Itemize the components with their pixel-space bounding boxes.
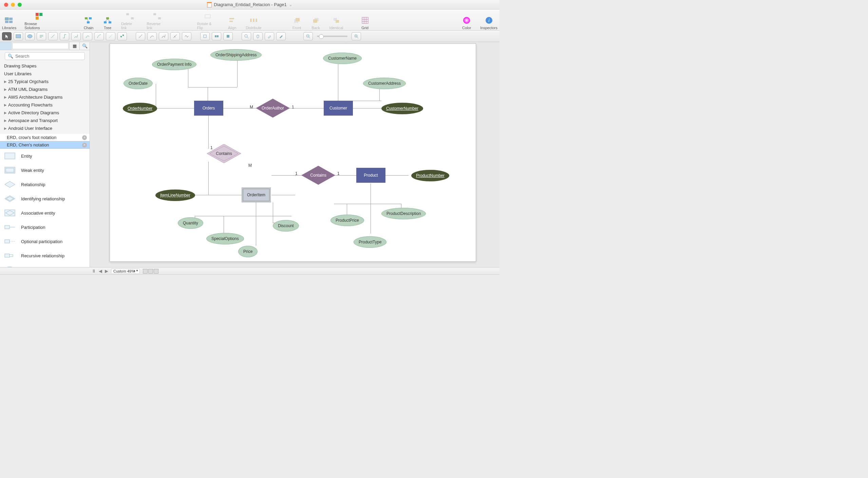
rel-order-author[interactable]: OrderAuthor: [256, 99, 290, 118]
svg-rect-51: [217, 35, 219, 37]
shape-attribute[interactable]: Attribute: [0, 263, 90, 267]
lib-user-libraries[interactable]: User Libraries: [0, 70, 90, 78]
inspectors-button[interactable]: i Inspectors: [480, 10, 497, 30]
pointer-tool[interactable]: [2, 32, 12, 40]
line-tool-2[interactable]: [147, 32, 157, 40]
attr-customer-number[interactable]: CustomerNumber: [381, 103, 423, 114]
pencil-tool[interactable]: [276, 32, 286, 40]
chain-button[interactable]: Chain: [83, 10, 94, 30]
snap-3[interactable]: [223, 32, 233, 40]
connector-6[interactable]: [106, 32, 115, 40]
entity-order-item[interactable]: OrderItem: [242, 187, 271, 202]
page-tabs[interactable]: [143, 269, 159, 274]
close-icon[interactable]: ×: [82, 143, 87, 147]
lib-orgcharts[interactable]: ▶25 Typical Orgcharts: [0, 78, 90, 85]
connector-4[interactable]: [83, 32, 92, 40]
entity-customer[interactable]: Customer: [324, 101, 353, 116]
close-icon[interactable]: [4, 3, 8, 7]
libraries-button[interactable]: Libraries: [2, 10, 16, 30]
entity-orders[interactable]: Orders: [194, 101, 223, 116]
attr-product-number[interactable]: ProductNumber: [411, 170, 449, 181]
line-tool-3[interactable]: [159, 32, 168, 40]
shape-relationship[interactable]: Relationship: [0, 177, 90, 192]
lib-accounting[interactable]: ▶Accounting Flowcharts: [0, 101, 90, 109]
line-tool-5[interactable]: [182, 32, 191, 40]
connector-3[interactable]: [71, 32, 81, 40]
eyedropper-tool[interactable]: [265, 32, 274, 40]
svg-rect-7: [85, 17, 88, 19]
shape-optional-participation[interactable]: Optional participation: [0, 234, 90, 248]
svg-rect-19: [158, 17, 161, 19]
attr-product-description[interactable]: ProductDescription: [381, 208, 426, 219]
attr-quantity[interactable]: Quantity: [178, 217, 203, 229]
chevron-down-icon[interactable]: ⌄: [289, 2, 293, 7]
next-page-icon[interactable]: ▶: [105, 268, 108, 274]
connector-1[interactable]: [48, 32, 58, 40]
shape-entity[interactable]: Entity: [0, 149, 90, 163]
canvas[interactable]: OrderNumber OrderDate OrderPayment Info …: [90, 42, 499, 267]
minimize-icon[interactable]: [11, 3, 15, 7]
attr-order-number[interactable]: OrderNumber: [123, 103, 157, 114]
shape-weak-entity[interactable]: Weak entity: [0, 163, 90, 177]
zoom-select[interactable]: Custom 49%▲▼: [111, 268, 140, 274]
pause-icon[interactable]: ⏸: [92, 268, 96, 274]
maximize-icon[interactable]: [18, 3, 22, 7]
attr-product-type[interactable]: ProductType: [354, 236, 386, 248]
lib-android[interactable]: ▶Android User Interface: [0, 124, 90, 132]
close-icon[interactable]: ×: [82, 135, 87, 140]
zoom-in-button[interactable]: [352, 32, 361, 40]
tab-chen[interactable]: ERD, Chen's notation ×: [0, 141, 90, 149]
lib-drawing-shapes[interactable]: Drawing Shapes: [0, 62, 90, 70]
search-icon[interactable]: 🔍: [79, 42, 90, 50]
attr-product-price[interactable]: ProductPrice: [331, 215, 364, 226]
tab-crow-foot[interactable]: ERD, crow's foot notation ×: [0, 134, 90, 141]
svg-rect-52: [227, 35, 229, 38]
connector-7[interactable]: [117, 32, 127, 40]
lib-aerospace[interactable]: ▶Aerospace and Transport: [0, 117, 90, 124]
attr-order-date[interactable]: OrderDate: [124, 78, 153, 89]
connector-5[interactable]: [94, 32, 104, 40]
attr-customer-address[interactable]: CustomerAddress: [363, 78, 406, 89]
rect-tool[interactable]: [14, 32, 23, 40]
attr-price[interactable]: Price: [238, 246, 258, 257]
zoom-tool[interactable]: [242, 32, 251, 40]
lib-aws[interactable]: ▶AWS Architecture Diagrams: [0, 93, 90, 101]
shape-recursive-relationship[interactable]: Recursive relationship: [0, 248, 90, 263]
connector-2[interactable]: [60, 32, 69, 40]
attr-customer-name[interactable]: CustomerName: [323, 53, 362, 64]
snap-2[interactable]: [212, 32, 221, 40]
svg-rect-22: [229, 21, 233, 22]
grid-button[interactable]: Grid: [360, 10, 371, 30]
entity-product[interactable]: Product: [356, 168, 385, 183]
lib-atm-uml[interactable]: ▶ATM UML Diagrams: [0, 85, 90, 93]
attr-order-shipping[interactable]: OrderShippingAddress: [210, 49, 262, 61]
sidebar-mode-icon[interactable]: [0, 42, 12, 50]
page[interactable]: OrderNumber OrderDate OrderPayment Info …: [110, 43, 476, 262]
line-tool-4[interactable]: [170, 32, 180, 40]
svg-rect-27: [296, 18, 300, 21]
search-input[interactable]: 🔍: [5, 52, 85, 60]
zoom-slider[interactable]: [317, 36, 347, 37]
grid-view-icon[interactable]: ▦: [69, 42, 79, 50]
attr-item-line-number[interactable]: ItemLineNumber: [155, 190, 195, 201]
attr-discount[interactable]: Discount: [273, 220, 299, 232]
text-tool[interactable]: [37, 32, 46, 40]
lib-active-directory[interactable]: ▶Active Directory Diagrams: [0, 109, 90, 117]
line-tool-1[interactable]: [136, 32, 145, 40]
zoom-out-button[interactable]: [303, 32, 313, 40]
sidebar-filter[interactable]: [12, 43, 69, 49]
prev-page-icon[interactable]: ◀: [99, 268, 102, 274]
browse-solutions-button[interactable]: Browse Solutions: [24, 10, 53, 30]
attr-special-options[interactable]: SpecialOptions: [206, 233, 244, 244]
rel-contains-2[interactable]: Contains: [301, 166, 335, 185]
shape-associative-entity[interactable]: Associative entity: [0, 206, 90, 220]
tree-button[interactable]: Tree: [102, 10, 113, 30]
attr-order-payment[interactable]: OrderPayment Info: [152, 59, 196, 70]
snap-1[interactable]: [200, 32, 210, 40]
ellipse-tool[interactable]: [25, 32, 35, 40]
shape-identifying-relationship[interactable]: Identifying relationship: [0, 192, 90, 206]
library-list[interactable]: Drawing Shapes User Libraries ▶25 Typica…: [0, 62, 90, 134]
hand-tool[interactable]: [253, 32, 263, 40]
shape-participation[interactable]: Participation: [0, 220, 90, 234]
color-button[interactable]: Color: [461, 10, 472, 30]
